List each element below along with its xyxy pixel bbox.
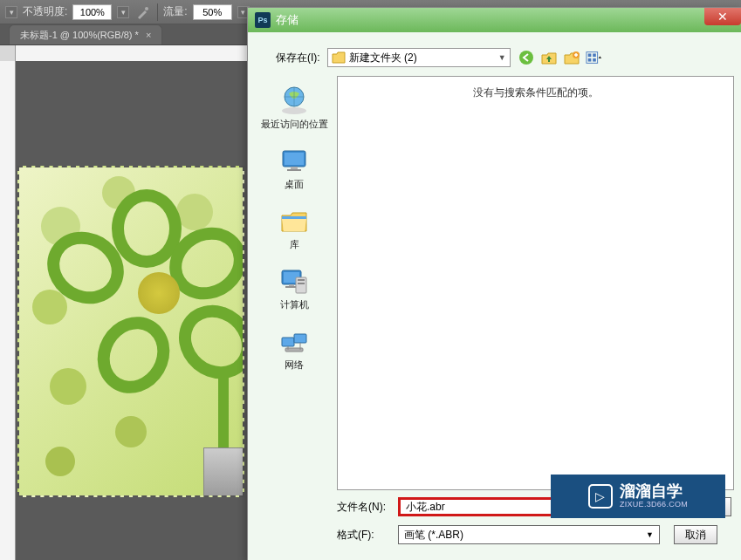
svg-rect-23 xyxy=(294,334,306,343)
new-folder-icon[interactable] xyxy=(563,49,580,66)
decor-dot xyxy=(45,447,75,476)
flow-input[interactable] xyxy=(193,4,232,20)
play-icon: ▷ xyxy=(588,484,613,509)
watermark: ▷ 溜溜自学 ZIXUE.3D66.COM xyxy=(551,475,725,518)
save-in-label: 保存在(I): xyxy=(276,51,320,65)
place-label: 网络 xyxy=(285,359,304,372)
svg-rect-17 xyxy=(289,284,294,286)
place-label: 计算机 xyxy=(280,298,309,311)
format-row: 格式(F): 画笔 (*.ABR) ▼ 取消 xyxy=(337,525,734,544)
format-value: 画笔 (*.ABR) xyxy=(404,528,463,543)
view-menu-icon[interactable] xyxy=(586,49,603,66)
ruler-corner xyxy=(0,45,16,61)
computer-icon xyxy=(278,265,310,297)
svg-rect-5 xyxy=(593,53,596,57)
watermark-url: ZIXUE.3D66.COM xyxy=(620,501,688,509)
library-icon xyxy=(278,205,310,236)
format-dropdown[interactable]: 画笔 (*.ABR) ▼ xyxy=(398,525,660,544)
photoshop-icon: Ps xyxy=(255,12,271,28)
ruler-vertical xyxy=(0,61,16,560)
dropdown-toggle[interactable]: ▾ xyxy=(5,6,17,18)
format-label: 格式(F): xyxy=(337,528,389,543)
flower-pot xyxy=(203,447,244,497)
svg-point-1 xyxy=(519,51,533,65)
svg-rect-7 xyxy=(593,58,596,62)
svg-rect-11 xyxy=(285,153,304,165)
place-label: 最近访问的位置 xyxy=(261,118,328,131)
place-label: 库 xyxy=(290,238,299,251)
svg-rect-12 xyxy=(291,167,298,169)
opacity-label: 不透明度: xyxy=(23,4,67,19)
filename-label: 文件名(N): xyxy=(337,500,389,515)
decor-dot xyxy=(32,290,67,324)
document-tab[interactable]: 未标题-1 @ 100%(RGB/8) * × xyxy=(9,24,162,44)
place-computer[interactable]: 计算机 xyxy=(255,260,333,317)
svg-rect-20 xyxy=(298,279,305,281)
back-icon[interactable] xyxy=(518,49,535,66)
doc-tab-title: 未标题-1 @ 100%(RGB/8) * xyxy=(20,29,139,42)
canvas[interactable] xyxy=(17,166,244,497)
folder-icon xyxy=(332,51,346,64)
desktop-icon xyxy=(278,145,310,176)
watermark-text: 溜溜自学 ZIXUE.3D66.COM xyxy=(620,483,688,509)
location-text: 新建文件夹 (2) xyxy=(349,51,417,65)
dialog-close-button[interactable]: ✕ xyxy=(704,8,741,25)
svg-rect-21 xyxy=(298,283,305,284)
svg-rect-6 xyxy=(587,58,591,62)
places-sidebar: 最近访问的位置 桌面 库 计算机 xyxy=(255,76,333,490)
pressure-opacity-icon[interactable] xyxy=(134,3,152,21)
nav-toolbar xyxy=(518,49,603,66)
up-icon[interactable] xyxy=(540,49,558,66)
watermark-brand: 溜溜自学 xyxy=(620,483,688,501)
opacity-input[interactable] xyxy=(72,4,112,20)
close-tab-icon[interactable]: × xyxy=(146,30,151,40)
flower-artwork xyxy=(68,198,244,390)
network-icon xyxy=(278,325,310,357)
svg-rect-14 xyxy=(282,216,306,219)
opacity-stepper[interactable]: ▾ xyxy=(117,6,129,18)
recent-places-icon xyxy=(278,85,310,116)
chevron-down-icon[interactable]: ▼ xyxy=(498,53,506,62)
svg-point-8 xyxy=(282,107,306,114)
svg-rect-13 xyxy=(287,169,301,171)
flow-label: 流量: xyxy=(163,4,187,19)
empty-message: 没有与搜索条件匹配的项。 xyxy=(338,77,733,109)
file-list-area[interactable]: 没有与搜索条件匹配的项。 xyxy=(337,76,734,490)
separator xyxy=(157,3,158,21)
save-in-row: 保存在(I): 新建文件夹 (2) ▼ xyxy=(276,48,732,67)
place-recent[interactable]: 最近访问的位置 xyxy=(255,79,333,136)
place-library[interactable]: 库 xyxy=(255,200,333,256)
dialog-titlebar[interactable]: Ps 存储 ✕ xyxy=(248,8,741,32)
place-network[interactable]: 网络 xyxy=(255,320,333,377)
location-dropdown[interactable]: 新建文件夹 (2) ▼ xyxy=(327,48,511,67)
svg-rect-22 xyxy=(282,338,294,346)
place-label: 桌面 xyxy=(285,178,304,191)
decor-dot xyxy=(115,416,147,447)
svg-point-0 xyxy=(145,7,148,10)
svg-rect-4 xyxy=(587,53,591,57)
cancel-button[interactable]: 取消 xyxy=(674,525,717,544)
place-desktop[interactable]: 桌面 xyxy=(255,140,333,196)
chevron-down-icon: ▼ xyxy=(646,530,654,539)
dialog-title: 存储 xyxy=(276,12,298,28)
